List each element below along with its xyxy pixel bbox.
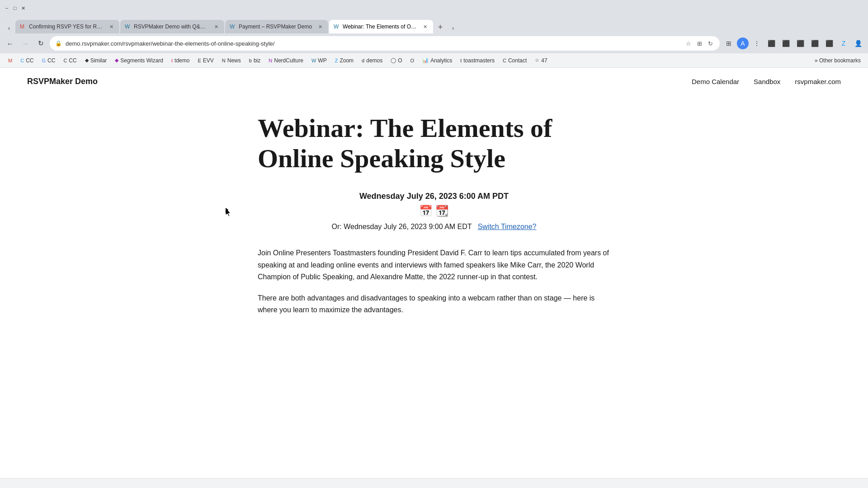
- sync-icon[interactable]: ↻: [706, 39, 714, 47]
- analytics-label: Analytics: [430, 57, 452, 64]
- nerdculture-label: NerdCulture: [274, 57, 303, 64]
- browser-tab-4[interactable]: W Webinar: The Elements of Online... ✕: [329, 20, 433, 33]
- bookmark-contact[interactable]: C Contact: [499, 56, 530, 65]
- tab-scroll-left[interactable]: ‹: [4, 23, 14, 33]
- toastmasters-label: toastmasters: [463, 57, 495, 64]
- similar-icon: ◆: [85, 57, 89, 63]
- ext-icon-2[interactable]: ⬛: [779, 37, 792, 50]
- bookmark-o1[interactable]: ◯ O: [387, 56, 406, 65]
- evv-label: EVV: [203, 57, 214, 64]
- calendar-icon-2[interactable]: 📆: [435, 205, 449, 217]
- bookmark-47[interactable]: ☆ 47: [531, 56, 551, 65]
- tab-close-4[interactable]: ✕: [421, 23, 429, 30]
- bookmark-nerdculture[interactable]: N NerdCulture: [265, 56, 307, 65]
- bookmark-similar[interactable]: ◆ Similar: [81, 56, 111, 65]
- cc2-label: CC: [69, 57, 76, 64]
- new-tab-button[interactable]: +: [434, 21, 447, 33]
- news-icon: N: [222, 58, 226, 63]
- wp-label: WP: [318, 57, 326, 64]
- browser-toolbar-icons: ⊞ A ⋮ ⬛ ⬛ ⬛ ⬛ ⬛ Z 👤: [722, 37, 864, 50]
- browser-tab-1[interactable]: M Confirming RSVP YES for RSVPM... ✕: [15, 20, 119, 33]
- site-nav: Demo Calendar Sandbox rsvpmaker.com: [692, 78, 841, 85]
- segments-icon: ◆: [115, 57, 118, 63]
- reload-button[interactable]: ↻: [34, 37, 47, 50]
- bookmark-gmail[interactable]: M: [5, 56, 16, 65]
- browser-tab-3[interactable]: W Payment – RSVPMaker Demo ✕: [225, 20, 328, 33]
- datetime-alternate: Or: Wednesday July 26, 2023 9:00 AM EDT …: [332, 223, 537, 230]
- cc2-icon: C: [63, 58, 67, 63]
- close-button[interactable]: ✕: [20, 5, 26, 11]
- forward-button[interactable]: →: [19, 37, 32, 50]
- biz-icon: b: [249, 58, 252, 63]
- ext-icon-3[interactable]: ⬛: [794, 37, 807, 50]
- bookmark-wp[interactable]: W WP: [308, 56, 330, 65]
- bookmark-toastmasters[interactable]: t toastmasters: [457, 56, 498, 65]
- other-bookmarks-label: » Other bookmarks: [815, 57, 861, 64]
- timezone-switch-link[interactable]: Switch Timezone?: [478, 223, 537, 230]
- tdemo-label: tdemo: [175, 57, 189, 64]
- ext-icon-5[interactable]: ⬛: [823, 37, 835, 50]
- bookmarks-bar: M C CC G CC C CC ◆ Similar ◆ Segments Wi…: [0, 53, 868, 68]
- calendar-icons: 📅 📆: [258, 205, 610, 217]
- tab-favicon-1: M: [20, 23, 26, 30]
- bookmark-evv[interactable]: E EVV: [194, 56, 217, 65]
- window-controls: − □ ✕: [4, 5, 26, 11]
- tab-label-2: RSVPMaker Demo with Q&A, Fe...: [134, 23, 208, 30]
- lock-icon: 🔒: [55, 40, 62, 47]
- zoom-icon: Z: [335, 58, 338, 63]
- news-label: News: [227, 57, 241, 64]
- browser-chrome: − □ ✕ ‹ M Confirming RSVP YES for RSVPM.…: [0, 0, 868, 68]
- nav-demo-calendar[interactable]: Demo Calendar: [692, 78, 739, 85]
- bookmark-demos[interactable]: d demos: [358, 56, 386, 65]
- tab-close-3[interactable]: ✕: [316, 23, 324, 30]
- site-header: RSVPMaker Demo Demo Calendar Sandbox rsv…: [0, 68, 868, 95]
- extension-puzzle-icon[interactable]: ⊞: [695, 39, 703, 47]
- tab-close-1[interactable]: ✕: [108, 23, 115, 30]
- url-text: demo.rsvpmaker.com/rsvpmaker/webinar-the…: [66, 40, 681, 47]
- back-button[interactable]: ←: [4, 37, 16, 50]
- bookmark-google[interactable]: G CC: [38, 56, 59, 65]
- evv-icon: E: [198, 58, 201, 63]
- datetime-primary: Wednesday July 26, 2023 6:00 AM PDT: [258, 192, 610, 201]
- nav-rsvpmaker[interactable]: rsvpmaker.com: [795, 78, 841, 85]
- description-paragraph-1: Join Online Presenters Toastmasters foun…: [258, 247, 610, 283]
- demos-icon: d: [362, 58, 364, 63]
- nav-sandbox[interactable]: Sandbox: [754, 78, 780, 85]
- address-icons: ☆ ⊞ ↻: [684, 39, 714, 47]
- site-logo[interactable]: RSVPMaker Demo: [27, 77, 98, 86]
- bookmark-cc1[interactable]: C CC: [17, 56, 37, 65]
- other-bookmarks[interactable]: » Other bookmarks: [812, 56, 863, 65]
- bookmark-segments[interactable]: ◆ Segments Wizard: [111, 56, 167, 65]
- browser-tab-2[interactable]: W RSVPMaker Demo with Q&A, Fe... ✕: [120, 20, 224, 33]
- ext-icon-6[interactable]: Z: [837, 37, 850, 50]
- ext-icon-1[interactable]: ⬛: [765, 37, 778, 50]
- bookmark-o2[interactable]: O: [407, 56, 418, 65]
- extensions-icon[interactable]: ⊞: [722, 37, 735, 50]
- bookmark-zoom[interactable]: Z Zoom: [331, 56, 357, 65]
- bookmark-tdemo[interactable]: t tdemo: [168, 56, 193, 65]
- restore-button[interactable]: □: [12, 5, 18, 11]
- ext-icon-4[interactable]: ⬛: [808, 37, 821, 50]
- tab-favicon-3: W: [230, 23, 236, 30]
- more-options-icon[interactable]: ⋮: [750, 37, 763, 50]
- calendar-icon-1[interactable]: 📅: [419, 205, 433, 217]
- profile-avatar[interactable]: 👤: [852, 37, 864, 50]
- address-bar[interactable]: 🔒 demo.rsvpmaker.com/rsvpmaker/webinar-t…: [50, 36, 720, 51]
- datetime-alternate-prefix: Or: Wednesday July 26, 2023 9:00 AM EDT: [332, 223, 472, 230]
- bookmark-star-icon[interactable]: ☆: [684, 39, 693, 47]
- tab-close-2[interactable]: ✕: [212, 23, 220, 30]
- minimize-button[interactable]: −: [4, 5, 10, 11]
- title-bar: − □ ✕: [0, 0, 868, 16]
- description-block: Join Online Presenters Toastmasters foun…: [258, 247, 610, 316]
- tab-scroll-right[interactable]: ›: [448, 23, 458, 33]
- cc1-label: CC: [26, 57, 33, 64]
- google-label: CC: [47, 57, 55, 64]
- profile-icon[interactable]: A: [737, 38, 749, 49]
- bookmark-cc2[interactable]: C CC: [60, 56, 80, 65]
- segments-label: Segments Wizard: [120, 57, 163, 64]
- bookmark-analytics[interactable]: 📊 Analytics: [419, 56, 456, 65]
- bookmark-biz[interactable]: b biz: [245, 56, 264, 65]
- zoom-label: Zoom: [340, 57, 354, 64]
- bookmark-news[interactable]: N News: [218, 56, 245, 65]
- wp-icon: W: [311, 58, 316, 63]
